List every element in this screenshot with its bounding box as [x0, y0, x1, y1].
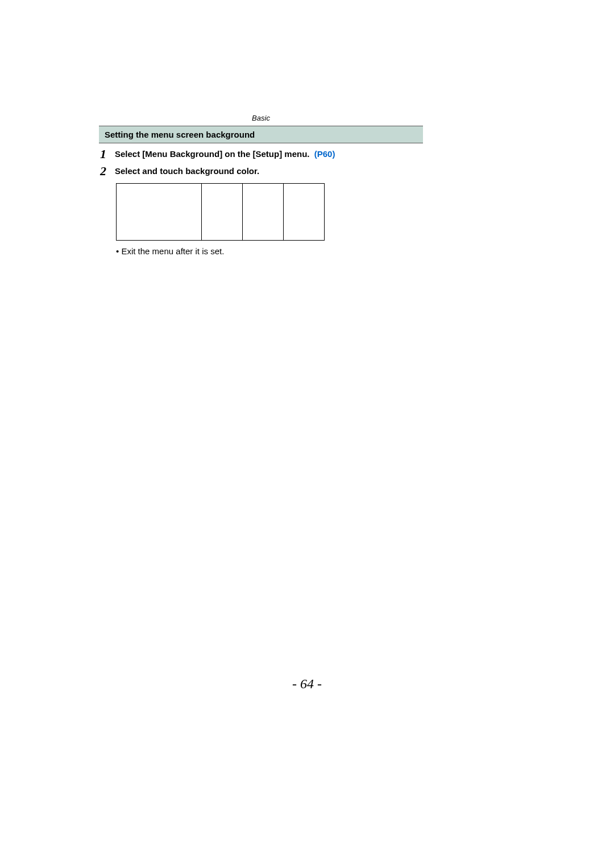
swatch-cell [243, 184, 284, 241]
page-number: - 64 - [0, 676, 614, 692]
step-text: Select [Menu Background] on the [Setup] … [115, 148, 335, 159]
note-text: • Exit the menu after it is set. [116, 246, 423, 256]
swatch-cell [202, 184, 243, 241]
step-number: 1 [100, 148, 115, 160]
color-swatch-table [116, 183, 325, 241]
step-instruction: Select [Menu Background] on the [Setup] … [115, 149, 310, 159]
swatch-cell [284, 184, 325, 241]
step-2: 2 Select and touch background color. [99, 165, 423, 177]
step-number: 2 [100, 165, 115, 177]
step-instruction: Select and touch background color. [115, 166, 259, 176]
page-header-category: Basic [99, 114, 423, 122]
step-1: 1 Select [Menu Background] on the [Setup… [99, 148, 423, 160]
page-reference-link[interactable]: (P60) [314, 149, 335, 159]
step-text: Select and touch background color. [115, 165, 259, 176]
swatch-cell [117, 184, 202, 241]
section-header: Setting the menu screen background [99, 126, 423, 143]
page-content: Basic Setting the menu screen background… [99, 114, 423, 256]
